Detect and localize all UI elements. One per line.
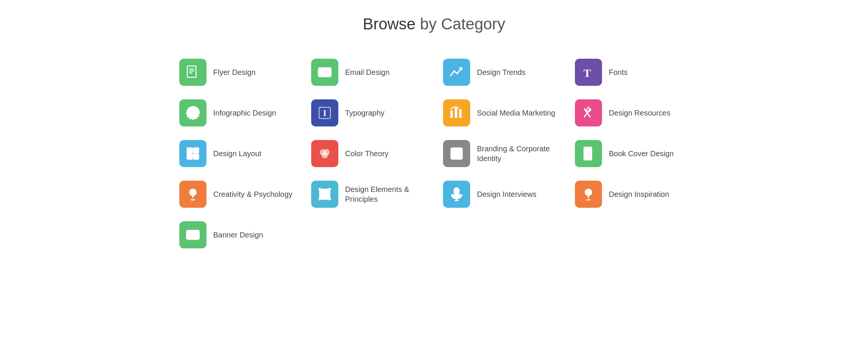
category-grid: Flyer Design@Email DesignDesign TrendsTF…	[170, 52, 698, 255]
category-item-flyer-design[interactable]: Flyer Design	[170, 52, 302, 93]
category-item-book-cover-design[interactable]: Book Cover Design	[566, 133, 698, 174]
category-label-branding-corporate: Branding & Corporate Identity	[477, 144, 557, 163]
trends-icon	[443, 59, 470, 86]
svg-point-36	[322, 192, 327, 196]
category-item-typography[interactable]: ITypography	[302, 93, 434, 133]
svg-text:C: C	[454, 149, 460, 158]
svg-point-40	[329, 198, 331, 201]
typography-icon: I	[311, 99, 338, 126]
svg-point-38	[329, 188, 331, 190]
svg-text:I: I	[323, 108, 326, 118]
category-label-book-cover-design: Book Cover Design	[609, 149, 674, 158]
svg-rect-12	[450, 110, 453, 118]
category-label-design-interviews: Design Interviews	[477, 189, 536, 199]
resources-icon	[575, 99, 602, 126]
svg-rect-19	[194, 148, 199, 153]
svg-rect-20	[194, 154, 199, 159]
creativity-icon	[179, 181, 206, 208]
category-label-fonts: Fonts	[609, 67, 628, 77]
category-label-social-media-marketing: Social Media Marketing	[477, 108, 555, 118]
svg-point-48	[587, 191, 590, 194]
category-label-design-trends: Design Trends	[477, 67, 526, 77]
svg-rect-13	[455, 108, 457, 118]
color-icon	[311, 140, 338, 167]
email-icon: @	[311, 59, 338, 86]
category-label-design-elements: Design Elements & Principles	[345, 184, 425, 204]
category-label-flyer-design: Flyer Design	[213, 67, 255, 77]
branding-icon: C	[443, 140, 470, 167]
category-item-email-design[interactable]: @Email Design	[302, 52, 434, 93]
book-icon	[575, 140, 602, 167]
category-item-design-elements[interactable]: Design Elements & Principles	[302, 174, 434, 215]
category-label-email-design: Email Design	[345, 67, 390, 77]
category-label-banner-design: Banner Design	[213, 230, 263, 240]
category-item-color-theory[interactable]: Color Theory	[302, 133, 434, 174]
svg-text:T: T	[584, 67, 591, 79]
elements-icon	[311, 181, 338, 208]
inspiration-icon	[575, 181, 602, 208]
category-item-fonts[interactable]: TFonts	[566, 52, 698, 93]
category-item-creativity-psychology[interactable]: Creativity & Psychology	[170, 174, 302, 215]
svg-rect-26	[584, 147, 591, 160]
flyer-icon	[179, 59, 206, 86]
svg-rect-14	[459, 109, 462, 118]
category-item-design-resources[interactable]: Design Resources	[566, 93, 698, 133]
category-item-design-inspiration[interactable]: Design Inspiration	[566, 174, 698, 215]
fonts-icon: T	[575, 59, 602, 86]
social-icon	[443, 99, 470, 126]
interviews-icon	[443, 181, 470, 208]
category-item-design-interviews[interactable]: Design Interviews	[434, 174, 566, 215]
category-item-design-trends[interactable]: Design Trends	[434, 52, 566, 93]
svg-rect-41	[454, 188, 459, 194]
category-item-infographic-design[interactable]: Infographic Design	[170, 93, 302, 133]
category-item-branding-corporate[interactable]: CBranding & Corporate Identity	[434, 133, 566, 174]
layout-icon	[179, 140, 206, 167]
category-label-infographic-design: Infographic Design	[213, 108, 276, 118]
svg-rect-18	[187, 148, 192, 159]
category-label-color-theory: Color Theory	[345, 149, 388, 158]
category-label-design-resources: Design Resources	[609, 108, 670, 118]
category-label-typography: Typography	[345, 108, 385, 118]
infographic-icon	[179, 99, 206, 126]
svg-point-39	[318, 198, 321, 201]
svg-point-23	[322, 152, 328, 159]
svg-text:@: @	[322, 69, 328, 76]
svg-point-37	[318, 188, 321, 190]
category-item-social-media-marketing[interactable]: Social Media Marketing	[434, 93, 566, 133]
svg-rect-0	[187, 66, 196, 77]
category-item-banner-design[interactable]: Banner Design	[170, 215, 302, 255]
category-label-design-inspiration: Design Inspiration	[609, 189, 669, 199]
category-label-design-layout: Design Layout	[213, 149, 261, 158]
banner-icon	[179, 221, 206, 248]
page-title: Browse by Category	[363, 15, 505, 33]
category-label-creativity-psychology: Creativity & Psychology	[213, 189, 292, 199]
category-item-design-layout[interactable]: Design Layout	[170, 133, 302, 174]
